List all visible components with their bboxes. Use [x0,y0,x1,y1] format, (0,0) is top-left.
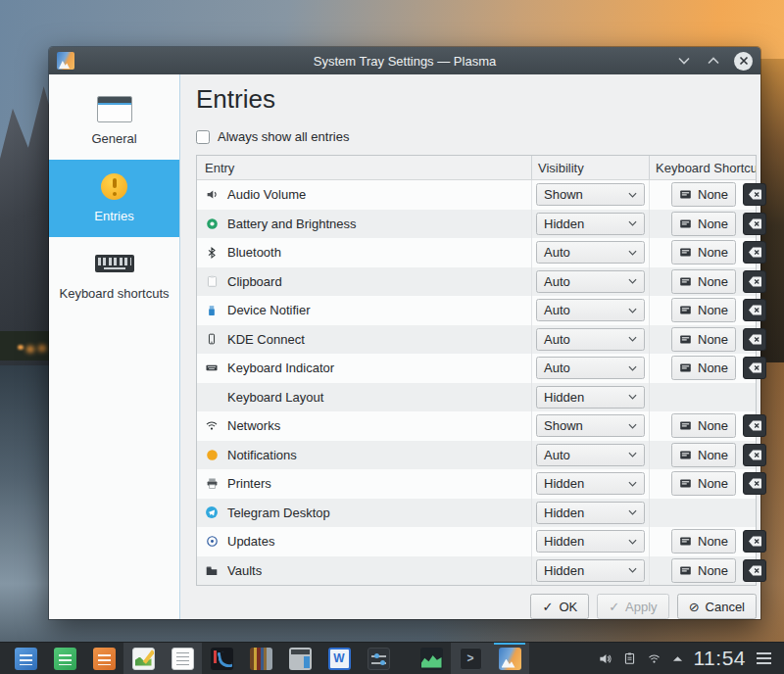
task-labplot[interactable] [202,643,241,674]
shortcut-button[interactable]: None [671,212,736,236]
table-row: Bluetooth Auto None [197,238,756,267]
visibility-dropdown[interactable]: Hidden [536,213,645,235]
column-header-entry: Entry [197,156,531,179]
ok-button[interactable]: ✓ OK [530,594,589,619]
network-wifi-icon[interactable] [647,652,662,665]
task-terminal[interactable]: > [451,643,490,674]
clear-shortcut-button[interactable] [743,270,766,293]
visibility-dropdown[interactable]: Auto [536,270,645,293]
chevron-down-icon [628,192,637,198]
shortcut-key-icon [679,304,692,316]
entry-cell: Bluetooth [197,238,531,267]
clock[interactable]: 11:54 [694,647,747,670]
titlebar[interactable]: System Tray Settings — Plasma [49,47,760,74]
shortcut-button[interactable]: None [671,471,736,496]
panel-expand-icon[interactable] [672,654,683,662]
table-row: Telegram Desktop Hidden [197,499,756,528]
shortcut-button[interactable]: None [671,298,736,322]
hamburger-menu-icon[interactable] [757,652,771,664]
apply-button[interactable]: ✓ Apply [597,594,668,619]
sidebar-item-entries[interactable]: Entries [49,160,179,237]
shortcut-button[interactable]: None [671,356,736,380]
notification-icon [101,173,127,200]
clear-shortcut-button[interactable] [743,444,766,466]
visibility-dropdown[interactable]: Auto [536,357,645,379]
close-button[interactable] [734,52,753,71]
visibility-dropdown[interactable]: Shown [536,183,645,206]
backspace-icon [748,361,762,374]
shortcut-button[interactable]: None [671,558,736,583]
dialog-footer: ✓ OK ✓ Apply ⊘ Cancel [196,594,757,619]
audio-volume-icon[interactable] [598,651,612,666]
sidebar-item-label: Entries [53,209,175,223]
shortcut-button[interactable]: None [671,269,736,294]
clear-shortcut-button[interactable] [743,328,766,351]
table-row: Vaults Hidden None [197,556,756,586]
visibility-dropdown[interactable]: Hidden [536,530,645,553]
shortcut-button[interactable]: None [671,413,736,438]
task-wallpaper-settings[interactable] [490,643,529,674]
wallpaper-shore-lights [18,345,24,350]
task-libreoffice-impress[interactable] [84,643,123,674]
sidebar-item-keyboard-shortcuts[interactable]: Keyboard shortcuts [49,237,179,314]
shortcut-cell: None [649,238,766,267]
shortcut-button[interactable]: None [671,182,736,207]
visibility-dropdown[interactable]: Auto [536,328,645,351]
column-header-visibility: Visibility [531,156,649,179]
visibility-dropdown[interactable]: Hidden [536,502,645,524]
entry-cell: Vaults [197,556,531,586]
visibility-dropdown[interactable]: Shown [536,414,645,437]
entry-name: Networks [227,418,280,433]
vault-icon [205,563,219,577]
task-libreoffice-calc[interactable] [45,643,84,674]
clipboard-icon[interactable] [623,651,636,665]
shortcut-button[interactable]: None [671,443,736,467]
shortcut-cell: None [649,441,766,470]
visibility-dropdown[interactable]: Auto [536,444,645,466]
word-processor-icon: W [328,648,351,670]
shortcut-value: None [698,303,728,317]
shortcut-button[interactable]: None [671,327,736,352]
task-calibre[interactable] [241,643,280,674]
clear-shortcut-button[interactable] [743,530,766,553]
shortcut-cell: None [649,210,766,239]
entry-cell: Keyboard Indicator [197,354,531,383]
clear-shortcut-button[interactable] [743,213,766,235]
visibility-dropdown[interactable]: Hidden [536,472,645,495]
minimize-button[interactable] [675,52,693,70]
sidebar-item-general[interactable]: General [49,82,179,160]
task-calculator[interactable] [280,643,319,674]
shortcut-button[interactable]: None [671,240,736,265]
taskbar: W> 11:54 [0,642,784,674]
battery-icon [205,217,219,230]
visibility-dropdown[interactable]: Hidden [536,559,645,582]
task-photo-editor[interactable] [123,643,163,674]
clear-shortcut-button[interactable] [743,183,766,206]
clear-shortcut-button[interactable] [743,472,766,495]
task-settings-sliders[interactable] [359,643,398,674]
table-row: Audio Volume Shown None [197,180,756,210]
clear-shortcut-button[interactable] [743,559,766,582]
task-word-processor[interactable]: W [319,643,359,674]
entry-cell: Device Notifier [197,296,531,325]
maximize-button[interactable] [705,52,722,70]
clear-shortcut-button[interactable] [743,299,766,321]
task-libreoffice-writer[interactable] [6,643,45,674]
chevron-down-icon [628,336,637,342]
table-row: Networks Shown None [197,411,756,441]
always-show-checkbox[interactable] [196,130,210,144]
visibility-dropdown[interactable]: Auto [536,299,645,321]
shortcut-button[interactable]: None [671,529,736,554]
cancel-button[interactable]: ⊘ Cancel [677,594,757,619]
backspace-icon [748,333,762,346]
task-system-monitor[interactable] [412,643,451,674]
table-row: Battery and Brightness Hidden None [197,210,756,239]
clear-shortcut-button[interactable] [743,414,766,437]
clear-shortcut-button[interactable] [743,241,766,264]
visibility-dropdown[interactable]: Hidden [536,386,645,409]
entry-cell: Keyboard Layout [197,383,531,412]
clear-shortcut-button[interactable] [743,357,766,379]
shortcut-key-icon [679,333,692,346]
task-text-editor[interactable] [163,643,202,674]
visibility-dropdown[interactable]: Auto [536,241,645,264]
